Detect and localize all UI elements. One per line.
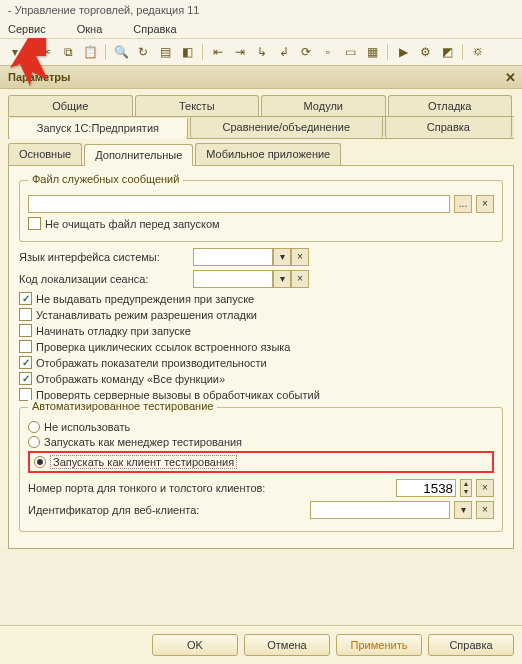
tab-general[interactable]: Общие <box>8 95 133 116</box>
webid-input[interactable] <box>310 501 450 519</box>
panel-header: Параметры ✕ <box>0 65 522 89</box>
radio-client-label: Запускать как клиент тестирования <box>50 455 237 469</box>
close-icon[interactable]: ✕ <box>505 70 516 85</box>
webid-label: Идентификатор для веб-клиента: <box>28 504 306 516</box>
toolbar-new-icon[interactable]: ▫ <box>319 43 337 61</box>
radio-none[interactable] <box>28 421 40 433</box>
group-auto-test: Автоматизированное тестирование Не испол… <box>19 407 503 532</box>
toolbar-doc-icon[interactable]: ▭ <box>341 43 359 61</box>
tab-help2[interactable]: Справка <box>385 117 512 138</box>
toolbar-prefs-icon[interactable]: ◩ <box>438 43 456 61</box>
toolbar-gear-icon[interactable]: ⚙ <box>416 43 434 61</box>
locale-dropdown-icon[interactable]: ▾ <box>273 270 291 288</box>
tab-texts[interactable]: Тексты <box>135 95 260 116</box>
apply-button[interactable]: Применить <box>336 634 422 656</box>
port-input[interactable] <box>396 479 456 497</box>
menu-windows[interactable]: Окна <box>77 23 117 35</box>
webid-dropdown-icon[interactable]: ▾ <box>454 501 472 519</box>
port-spinner[interactable]: ▴▾ <box>460 479 472 497</box>
toolbar-copy-icon[interactable]: ⧉ <box>59 43 77 61</box>
port-label: Номер порта для тонкого и толстого клиен… <box>28 482 392 494</box>
tab-additional[interactable]: Дополнительные <box>84 144 193 166</box>
group-service-files-legend: Файл служебных сообщений <box>28 173 183 185</box>
help-button[interactable]: Справка <box>428 634 514 656</box>
toolbar-step-icon[interactable]: ↳ <box>253 43 271 61</box>
toolbar-grid-icon[interactable]: ▦ <box>363 43 381 61</box>
toolbar-book-icon[interactable]: ▤ <box>156 43 174 61</box>
tab-content: Файл служебных сообщений ... × Не очищат… <box>8 166 514 549</box>
chk-no-warnings[interactable] <box>19 292 32 305</box>
lang-input[interactable] <box>193 248 273 266</box>
chk-debug-perm[interactable] <box>19 308 32 321</box>
service-file-input[interactable] <box>28 195 450 213</box>
chk-cyclic[interactable] <box>19 340 32 353</box>
locale-label: Код локализации сеанса: <box>19 273 189 285</box>
tab-compare[interactable]: Сравнение/объединение <box>190 117 383 138</box>
lang-label: Язык интерфейса системы: <box>19 251 189 263</box>
red-arrow-callout <box>6 36 50 94</box>
tab-modules[interactable]: Модули <box>261 95 386 116</box>
radio-manager-label: Запускать как менеджер тестирования <box>44 436 242 448</box>
chk-start-debug[interactable] <box>19 324 32 337</box>
toolbar-refresh-icon[interactable]: ↻ <box>134 43 152 61</box>
tab-mobile[interactable]: Мобильное приложение <box>195 143 341 165</box>
highlight-box: Запускать как клиент тестирования <box>28 451 494 473</box>
toolbar-db-icon[interactable]: ◧ <box>178 43 196 61</box>
tabs-top: Общие Тексты Модули Отладка <box>8 95 514 117</box>
chk-server-calls-label: Проверять серверные вызовы в обработчика… <box>36 389 320 401</box>
chk-all-func[interactable] <box>19 372 32 385</box>
browse-button[interactable]: ... <box>454 195 472 213</box>
toolbar: ▾ ✂ ⧉ 📋 🔍 ↻ ▤ ◧ ⇤ ⇥ ↳ ↲ ⟳ ▫ ▭ ▦ ▶ ⚙ ◩ ⛭ <box>0 39 522 65</box>
toolbar-fwd-icon[interactable]: ⇥ <box>231 43 249 61</box>
menu-help[interactable]: Справка <box>133 23 190 35</box>
radio-none-label: Не использовать <box>44 421 130 433</box>
toolbar-tools-icon[interactable]: ⛭ <box>469 43 487 61</box>
radio-client[interactable] <box>34 456 46 468</box>
footer: OK Отмена Применить Справка <box>0 625 522 664</box>
group-service-files: Файл служебных сообщений ... × Не очищат… <box>19 180 503 242</box>
lang-clear-button[interactable]: × <box>291 248 309 266</box>
toolbar-back-icon[interactable]: ⇤ <box>209 43 227 61</box>
toolbar-restart-icon[interactable]: ⟳ <box>297 43 315 61</box>
chk-perf[interactable] <box>19 356 32 369</box>
toolbar-paste-icon[interactable]: 📋 <box>81 43 99 61</box>
clear-file-button[interactable]: × <box>476 195 494 213</box>
chk-perf-label: Отображать показатели производительности <box>36 357 267 369</box>
menu-service[interactable]: Сервис <box>8 23 60 35</box>
chk-no-warnings-label: Не выдавать предупреждения при запуске <box>36 293 254 305</box>
locale-input[interactable] <box>193 270 273 288</box>
radio-manager[interactable] <box>28 436 40 448</box>
cancel-button[interactable]: Отмена <box>244 634 330 656</box>
tab-main[interactable]: Основные <box>8 143 82 165</box>
chk-cyclic-label: Проверка циклических ссылок встроенного … <box>36 341 290 353</box>
group-auto-test-legend: Автоматизированное тестирование <box>28 400 217 412</box>
chk-start-debug-label: Начинать отладку при запуске <box>36 325 191 337</box>
tab-debug[interactable]: Отладка <box>388 95 513 116</box>
tab-launch[interactable]: Запуск 1С:Предприятия <box>8 118 188 139</box>
port-clear-button[interactable]: × <box>476 479 494 497</box>
tabs-sub: Основные Дополнительные Мобильное прилож… <box>8 143 514 166</box>
chk-dont-clear-label: Не очищать файл перед запуском <box>45 218 220 230</box>
chk-dont-clear[interactable] <box>28 217 41 230</box>
menu-bar: Сервис Окна Справка <box>0 20 522 39</box>
toolbar-step2-icon[interactable]: ↲ <box>275 43 293 61</box>
webid-clear-button[interactable]: × <box>476 501 494 519</box>
chk-all-func-label: Отображать команду «Все функции» <box>36 373 225 385</box>
toolbar-run-icon[interactable]: ▶ <box>394 43 412 61</box>
title-bar: - Управление торговлей, редакция 11 <box>0 0 522 20</box>
chk-debug-perm-label: Устанавливать режим разрешения отладки <box>36 309 257 321</box>
tabs-mid: Запуск 1С:Предприятия Сравнение/объедине… <box>8 116 514 139</box>
toolbar-find-icon[interactable]: 🔍 <box>112 43 130 61</box>
locale-clear-button[interactable]: × <box>291 270 309 288</box>
ok-button[interactable]: OK <box>152 634 238 656</box>
lang-dropdown-icon[interactable]: ▾ <box>273 248 291 266</box>
